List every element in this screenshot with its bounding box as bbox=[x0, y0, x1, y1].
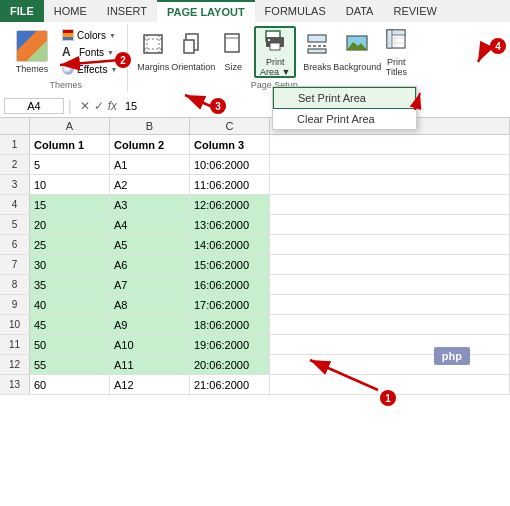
svg-rect-15 bbox=[308, 49, 326, 53]
cell-b[interactable]: A5 bbox=[110, 235, 190, 254]
function-icon[interactable]: fx bbox=[108, 99, 117, 113]
cell-a[interactable]: 45 bbox=[30, 315, 110, 334]
cell-c[interactable]: 19:06:2000 bbox=[190, 335, 270, 354]
cell-d[interactable] bbox=[270, 135, 510, 154]
tab-data[interactable]: DATA bbox=[336, 0, 384, 22]
cell-a[interactable]: 40 bbox=[30, 295, 110, 314]
tab-insert[interactable]: INSERT bbox=[97, 0, 157, 22]
print-titles-button[interactable]: PrintTitles bbox=[378, 26, 414, 78]
svg-rect-6 bbox=[184, 40, 194, 53]
row-number: 4 bbox=[0, 195, 30, 214]
orientation-label: Orientation bbox=[171, 62, 215, 72]
cell-b[interactable]: A2 bbox=[110, 175, 190, 194]
cell-c[interactable]: 21:06:2000 bbox=[190, 375, 270, 394]
tab-formulas[interactable]: FORMULAS bbox=[255, 0, 336, 22]
cell-c[interactable]: 13:06:2000 bbox=[190, 215, 270, 234]
cell-d[interactable] bbox=[270, 255, 510, 274]
colors-button[interactable]: Colors ▼ bbox=[58, 27, 121, 43]
cell-c[interactable]: Column 3 bbox=[190, 135, 270, 154]
background-button[interactable]: Background bbox=[338, 26, 376, 78]
cell-d[interactable] bbox=[270, 195, 510, 214]
cell-d[interactable] bbox=[270, 175, 510, 194]
table-row: 1Column 1Column 2Column 3 bbox=[0, 135, 510, 155]
cell-b[interactable]: A6 bbox=[110, 255, 190, 274]
cell-c[interactable]: 18:06:2000 bbox=[190, 315, 270, 334]
fonts-button[interactable]: A Fonts ▼ bbox=[58, 44, 121, 60]
cell-c[interactable]: 20:06:2000 bbox=[190, 355, 270, 374]
cell-d[interactable] bbox=[270, 295, 510, 314]
svg-rect-7 bbox=[225, 34, 239, 52]
tab-review[interactable]: REVIEW bbox=[383, 0, 446, 22]
cell-a[interactable]: 55 bbox=[30, 355, 110, 374]
row-num-header bbox=[0, 118, 30, 134]
tab-page-layout[interactable]: PAGE LAYOUT bbox=[157, 0, 255, 22]
cell-b[interactable]: A9 bbox=[110, 315, 190, 334]
row-number: 10 bbox=[0, 315, 30, 334]
size-button[interactable]: Size bbox=[214, 26, 252, 78]
cell-b[interactable]: A7 bbox=[110, 275, 190, 294]
set-print-area-item[interactable]: Set Print Area bbox=[273, 87, 416, 109]
cell-d[interactable] bbox=[270, 335, 510, 354]
cell-a[interactable]: 15 bbox=[30, 195, 110, 214]
table-row: 625A514:06:2000 bbox=[0, 235, 510, 255]
cell-a[interactable]: 35 bbox=[30, 275, 110, 294]
row-number: 12 bbox=[0, 355, 30, 374]
row-number: 8 bbox=[0, 275, 30, 294]
effects-button[interactable]: Effects ▼ bbox=[58, 61, 121, 77]
themes-group-label: Themes bbox=[49, 78, 82, 90]
cell-d[interactable] bbox=[270, 215, 510, 234]
orientation-button[interactable]: Orientation bbox=[174, 26, 212, 78]
cell-c[interactable]: 10:06:2000 bbox=[190, 155, 270, 174]
page-setup-group: Margins Orientation Size bbox=[128, 24, 420, 92]
cell-c[interactable]: 12:06:2000 bbox=[190, 195, 270, 214]
cell-d[interactable] bbox=[270, 355, 510, 374]
margins-button[interactable]: Margins bbox=[134, 26, 172, 78]
cell-a[interactable]: 60 bbox=[30, 375, 110, 394]
cell-d[interactable] bbox=[270, 155, 510, 174]
cell-d[interactable] bbox=[270, 275, 510, 294]
cell-b[interactable]: A10 bbox=[110, 335, 190, 354]
cell-c[interactable]: 11:06:2000 bbox=[190, 175, 270, 194]
effects-dropdown-arrow: ▼ bbox=[110, 66, 117, 73]
print-titles-icon bbox=[384, 27, 408, 55]
formula-separator: | bbox=[68, 98, 72, 114]
cell-c[interactable]: 16:06:2000 bbox=[190, 275, 270, 294]
row-number: 7 bbox=[0, 255, 30, 274]
cell-b[interactable]: A11 bbox=[110, 355, 190, 374]
cell-a[interactable]: 50 bbox=[30, 335, 110, 354]
cell-b[interactable]: A12 bbox=[110, 375, 190, 394]
cell-a[interactable]: 25 bbox=[30, 235, 110, 254]
cancel-icon[interactable]: ✕ bbox=[80, 99, 90, 113]
colors-icon bbox=[62, 29, 74, 41]
cell-a[interactable]: 5 bbox=[30, 155, 110, 174]
clear-print-area-item[interactable]: Clear Print Area bbox=[273, 109, 416, 129]
formula-icons: ✕ ✓ fx bbox=[80, 99, 117, 113]
confirm-icon[interactable]: ✓ bbox=[94, 99, 104, 113]
ribbon-content: Themes Colors ▼ A Fonts ▼ Eff bbox=[0, 22, 510, 94]
print-area-button[interactable]: PrintArea ▼ bbox=[254, 26, 296, 78]
tab-file[interactable]: FILE bbox=[0, 0, 44, 22]
breaks-button[interactable]: Breaks bbox=[298, 26, 336, 78]
tab-home[interactable]: HOME bbox=[44, 0, 97, 22]
cell-c[interactable]: 15:06:2000 bbox=[190, 255, 270, 274]
cell-d[interactable] bbox=[270, 235, 510, 254]
cell-a[interactable]: Column 1 bbox=[30, 135, 110, 154]
row-number: 1 bbox=[0, 135, 30, 154]
table-row: 310A211:06:2000 bbox=[0, 175, 510, 195]
themes-group: Themes Colors ▼ A Fonts ▼ Eff bbox=[4, 24, 128, 92]
cell-c[interactable]: 17:06:2000 bbox=[190, 295, 270, 314]
cell-d[interactable] bbox=[270, 315, 510, 334]
cell-b[interactable]: A1 bbox=[110, 155, 190, 174]
cell-b[interactable]: A4 bbox=[110, 215, 190, 234]
name-box[interactable] bbox=[4, 98, 64, 114]
cell-b[interactable]: Column 2 bbox=[110, 135, 190, 154]
effects-icon bbox=[62, 63, 74, 75]
cell-a[interactable]: 20 bbox=[30, 215, 110, 234]
cell-b[interactable]: A3 bbox=[110, 195, 190, 214]
breaks-icon bbox=[305, 32, 329, 60]
cell-a[interactable]: 30 bbox=[30, 255, 110, 274]
cell-b[interactable]: A8 bbox=[110, 295, 190, 314]
cell-c[interactable]: 14:06:2000 bbox=[190, 235, 270, 254]
cell-a[interactable]: 10 bbox=[30, 175, 110, 194]
themes-button[interactable]: Themes bbox=[10, 26, 54, 78]
